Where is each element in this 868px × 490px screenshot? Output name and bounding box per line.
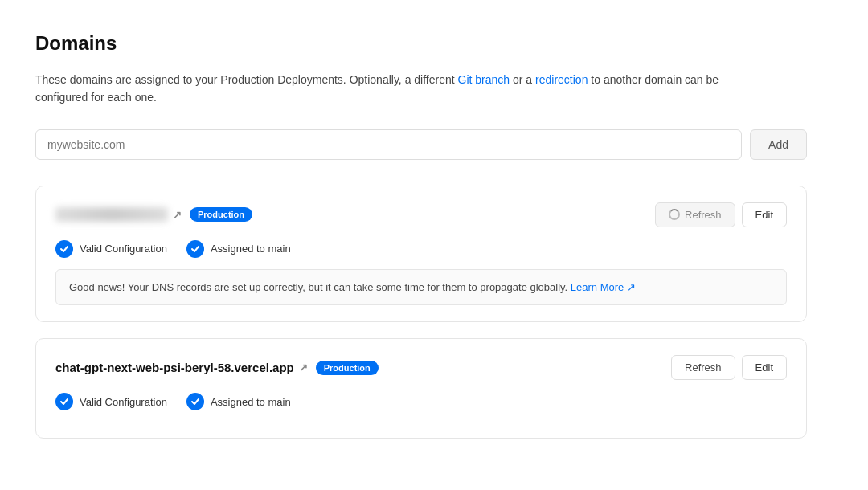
check-icon-assigned-1 xyxy=(186,240,204,258)
valid-config-status-2: Valid Configuration xyxy=(55,393,167,410)
card-2-actions: Refresh Edit xyxy=(671,355,787,380)
production-badge-1: Production xyxy=(190,207,252,222)
card-1-actions: Refresh Edit xyxy=(655,202,787,227)
domain-input[interactable] xyxy=(35,129,742,160)
domain-card-2: chat-gpt-next-web-psi-beryl-58.vercel.ap… xyxy=(35,338,807,439)
refresh-button-2[interactable]: Refresh xyxy=(671,355,735,380)
domain-input-row: Add xyxy=(35,129,807,160)
add-domain-button[interactable]: Add xyxy=(750,129,807,160)
card-2-domain-name: chat-gpt-next-web-psi-beryl-58.vercel.ap… xyxy=(55,361,308,374)
valid-config-label-1: Valid Configuration xyxy=(80,243,167,255)
check-icon-1 xyxy=(55,240,73,258)
learn-more-link-1[interactable]: Learn More ↗ xyxy=(571,281,636,293)
git-branch-link[interactable]: Git branch xyxy=(458,73,510,86)
check-icon-assigned-2 xyxy=(186,393,204,410)
domain-text-2: chat-gpt-next-web-psi-beryl-58.vercel.ap… xyxy=(55,361,294,374)
redirection-link[interactable]: redirection xyxy=(535,73,588,86)
spin-icon-1 xyxy=(669,209,680,220)
valid-config-status-1: Valid Configuration xyxy=(55,240,167,258)
card-1-domain-name: ↗ xyxy=(55,207,182,222)
domain-card-1: ↗ Production Refresh Edit Valid Configur… xyxy=(35,186,807,323)
blurred-domain xyxy=(55,207,168,222)
page-title: Domains xyxy=(35,32,833,55)
card-2-status-row: Valid Configuration Assigned to main xyxy=(55,393,787,410)
refresh-label-1: Refresh xyxy=(685,209,722,221)
valid-config-label-2: Valid Configuration xyxy=(80,396,167,408)
info-text-1: Good news! Your DNS records are set up c… xyxy=(69,281,571,293)
refresh-button-1[interactable]: Refresh xyxy=(655,202,735,227)
card-1-status-row: Valid Configuration Assigned to main xyxy=(55,240,787,258)
card-1-header: ↗ Production Refresh Edit xyxy=(55,202,787,227)
card-2-header: chat-gpt-next-web-psi-beryl-58.vercel.ap… xyxy=(55,355,787,380)
assigned-main-label-1: Assigned to main xyxy=(211,243,291,255)
card-1-left: ↗ Production xyxy=(55,207,252,222)
card-2-left: chat-gpt-next-web-psi-beryl-58.vercel.ap… xyxy=(55,361,379,375)
assigned-main-status-2: Assigned to main xyxy=(186,393,291,410)
external-link-icon-2[interactable]: ↗ xyxy=(299,361,308,374)
edit-button-1[interactable]: Edit xyxy=(742,202,787,227)
external-link-icon-1[interactable]: ↗ xyxy=(173,209,182,221)
page-description: These domains are assigned to your Produ… xyxy=(35,71,759,107)
refresh-label-2: Refresh xyxy=(685,361,722,374)
info-box-1: Good news! Your DNS records are set up c… xyxy=(55,269,787,306)
production-badge-2: Production xyxy=(316,361,379,375)
assigned-main-label-2: Assigned to main xyxy=(211,396,291,408)
edit-button-2[interactable]: Edit xyxy=(742,355,787,380)
assigned-main-status-1: Assigned to main xyxy=(186,240,291,258)
check-icon-2 xyxy=(55,393,73,410)
